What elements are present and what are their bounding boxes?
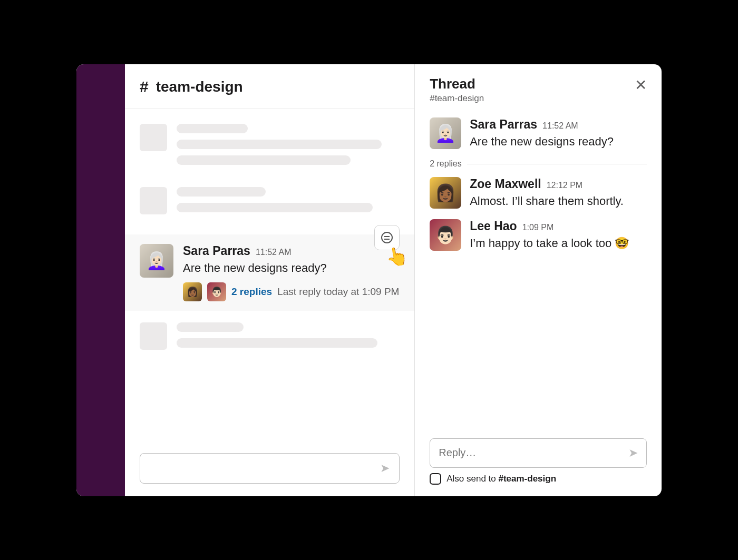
message-time: 12:12 PM [547, 181, 582, 190]
message-compose-box[interactable]: ➤ [140, 453, 400, 484]
message-time: 1:09 PM [522, 223, 554, 232]
send-icon[interactable]: ➤ [380, 461, 390, 475]
app-window: # team-design [76, 64, 662, 496]
send-icon[interactable]: ➤ [628, 446, 638, 460]
thread-reply: 👨🏻 Lee Hao 1:09 PM I’m happy to take a l… [430, 219, 647, 252]
reply-in-thread-button[interactable] [374, 225, 400, 250]
message-author[interactable]: Sara Parras [470, 117, 537, 132]
placeholder-message [140, 322, 400, 354]
replies-count: 2 replies [430, 159, 461, 169]
channel-header[interactable]: # team-design [125, 64, 414, 109]
message-text: I’m happy to take a look too 🤓 [470, 235, 647, 252]
thread-body: 👩🏻‍🦳 Sara Parras 11:52 AM Are the new de… [415, 110, 662, 435]
thread-header: Thread #team-design ✕ [415, 64, 662, 110]
message-text: Are the new designs ready? [470, 134, 647, 150]
message-text: Almost. I’ll share them shortly. [470, 193, 647, 210]
message-text: Are the new designs ready? [183, 260, 400, 277]
replies-divider: 2 replies [430, 159, 647, 169]
placeholder-message [140, 187, 400, 219]
thread-reply: 👩🏾 Zoe Maxwell 12:12 PM Almost. I’ll sha… [430, 177, 647, 210]
reply-field[interactable] [439, 447, 628, 459]
message-item[interactable]: 👆 👩🏻‍🦳 Sara Parras 11:52 AM Are the new … [125, 234, 414, 311]
message-author[interactable]: Lee Hao [470, 219, 517, 233]
message-list: 👆 👩🏻‍🦳 Sara Parras 11:52 AM Are the new … [125, 109, 414, 448]
sidebar-strip [76, 64, 125, 496]
channel-pane: # team-design [125, 64, 415, 496]
avatar[interactable]: 👩🏻‍🦳 [430, 117, 461, 149]
thread-reply-input[interactable]: ➤ [430, 438, 647, 468]
thread-root-message: 👩🏻‍🦳 Sara Parras 11:52 AM Are the new de… [430, 117, 647, 150]
hash-icon: # [140, 78, 149, 96]
message-time: 11:52 AM [256, 248, 292, 257]
close-icon[interactable]: ✕ [635, 76, 647, 93]
avatar[interactable]: 👩🏾 [430, 177, 461, 209]
thread-icon [381, 232, 393, 243]
thread-title: Thread [430, 76, 484, 92]
checkbox[interactable] [430, 473, 441, 485]
avatar[interactable]: 👨🏻 [430, 219, 461, 251]
thread-summary[interactable]: 👩🏾 👨🏻 2 replies Last reply today at 1:09… [183, 282, 400, 301]
message-author[interactable]: Zoe Maxwell [470, 177, 541, 191]
also-send-checkbox-row[interactable]: Also send to #team-design [415, 473, 662, 496]
reply-avatar: 👩🏾 [183, 282, 202, 301]
main-area: # team-design [125, 64, 662, 496]
replies-count-link[interactable]: 2 replies [231, 286, 272, 298]
thread-pane: Thread #team-design ✕ 👩🏻‍🦳 Sara Parras 1… [415, 64, 662, 496]
channel-name: team-design [156, 78, 243, 95]
message-author[interactable]: Sara Parras [183, 244, 250, 258]
last-reply-time: Last reply today at 1:09 PM [277, 286, 399, 298]
avatar[interactable]: 👩🏻‍🦳 [140, 244, 173, 278]
also-send-label: Also send to #team-design [446, 474, 556, 484]
message-time: 11:52 AM [542, 121, 578, 131]
placeholder-message [140, 124, 400, 171]
reply-avatar: 👨🏻 [207, 282, 226, 301]
thread-subtitle: #team-design [430, 93, 484, 104]
